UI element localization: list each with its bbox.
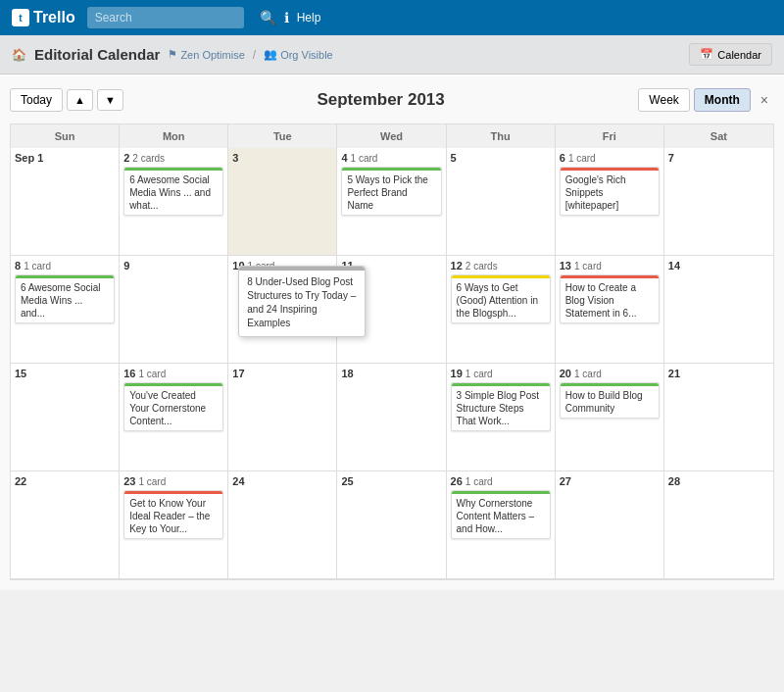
day-number: 23 1 card	[123, 475, 223, 487]
floating-card-text: 8 Under-Used Blog Post Structures to Try…	[247, 276, 356, 328]
cal-cell[interactable]: 15	[11, 364, 120, 471]
sub-header-left: 🏠 Editorial Calendar ⚑ Zen Optimise / 👥 …	[12, 46, 333, 63]
day-number: 14	[668, 260, 769, 272]
calendar-wrapper: Today ▲ ▼ September 2013 Week Month × Su…	[0, 74, 784, 590]
cal-cell[interactable]: 24	[228, 471, 337, 579]
close-button[interactable]: ×	[755, 90, 774, 110]
today-button[interactable]: Today	[10, 88, 63, 112]
toolbar-left: Today ▲ ▼	[10, 88, 123, 112]
help-label[interactable]: Help	[297, 11, 321, 25]
cal-cell[interactable]: 20 1 cardHow to Build Blog Community	[556, 364, 664, 471]
cal-cell[interactable]: 28	[664, 471, 773, 579]
day-number: 12 2 cards	[451, 260, 551, 272]
trello-logo: t Trello	[12, 9, 75, 26]
calendar-card[interactable]: 5 Ways to Pick the Perfect Brand Name	[341, 167, 441, 216]
day-header-thu: Thu	[447, 124, 556, 148]
calendar-card[interactable]: How to Create a Blog Vision Statement in…	[560, 274, 660, 323]
day-number: 16 1 card	[123, 368, 223, 379]
next-button[interactable]: ▼	[97, 89, 123, 111]
cal-cell[interactable]: 6 1 cardGoogle's Rich Snippets [whitepap…	[556, 148, 664, 256]
cal-cell[interactable]: 18	[337, 364, 446, 471]
day-number: 18	[341, 368, 441, 379]
cal-cell[interactable]: 26 1 cardWhy Cornerstone Content Matters…	[447, 471, 556, 579]
org-visible-link[interactable]: 👥 Org Visible	[264, 48, 333, 61]
calendar-card[interactable]: Get to Know Your Ideal Reader – the Key …	[123, 490, 223, 539]
trello-logo-text: Trello	[33, 9, 75, 26]
day-header-tue: Tue	[228, 124, 337, 148]
cal-cell[interactable]: 21	[664, 364, 773, 471]
day-number: 9	[123, 260, 223, 272]
day-number: 21	[668, 368, 769, 379]
top-bar: t Trello 🔍 ℹ Help	[0, 0, 784, 35]
week-view-button[interactable]: Week	[638, 88, 689, 112]
day-number: 24	[232, 475, 332, 487]
cal-cell[interactable]: 17	[228, 364, 337, 471]
info-icon[interactable]: ℹ	[284, 10, 289, 25]
cal-cell[interactable]: 22	[11, 471, 120, 579]
day-header-sat: Sat	[664, 124, 773, 148]
cal-cell[interactable]: 9	[120, 256, 228, 364]
cal-cell[interactable]: 4 1 card5 Ways to Pick the Perfect Brand…	[337, 148, 446, 256]
calendar-card[interactable]: Google's Rich Snippets [whitepaper]	[560, 167, 660, 216]
cal-cell[interactable]: 3	[228, 148, 337, 256]
cal-cell[interactable]: Sep 1	[11, 148, 120, 256]
cal-cell[interactable]: 10 1 card8 Under-Used Blog Post Structur…	[228, 256, 337, 364]
cal-cell[interactable]: 25	[337, 471, 446, 579]
cal-cell[interactable]: 2 2 cards6 Awesome Social Media Wins ...…	[120, 148, 228, 256]
cal-cell[interactable]: 19 1 card3 Simple Blog Post Structure St…	[447, 364, 556, 471]
calendar-button[interactable]: 📅 Calendar	[689, 43, 772, 66]
month-view-button[interactable]: Month	[694, 88, 751, 112]
cal-cell[interactable]: 5	[447, 148, 556, 256]
zen-optimise-icon: ⚑	[168, 48, 177, 61]
search-icon[interactable]: 🔍	[260, 10, 276, 25]
sub-header: 🏠 Editorial Calendar ⚑ Zen Optimise / 👥 …	[0, 35, 784, 74]
calendar-card[interactable]: How to Build Blog Community	[560, 382, 660, 419]
day-header-mon: Mon	[120, 124, 228, 148]
day-number: 27	[560, 475, 660, 487]
board-icon: 🏠	[12, 48, 26, 62]
day-number: 28	[668, 475, 769, 487]
day-header-fri: Fri	[556, 124, 664, 148]
search-input[interactable]	[87, 7, 244, 28]
top-bar-icons: 🔍 ℹ Help	[260, 10, 321, 25]
calendar-toolbar: Today ▲ ▼ September 2013 Week Month ×	[10, 84, 774, 116]
day-number: 13 1 card	[560, 260, 660, 272]
floating-card-header	[239, 267, 365, 271]
day-number: 4 1 card	[341, 152, 441, 164]
day-headers: Sun Mon Tue Wed Thu Fri Sat	[10, 124, 774, 148]
day-number: 3	[232, 152, 332, 164]
cal-cell[interactable]: 27	[556, 471, 664, 579]
trello-logo-icon: t	[12, 9, 29, 26]
day-number: 6 1 card	[560, 152, 660, 164]
day-number: 17	[232, 368, 332, 379]
calendar-card[interactable]: 3 Simple Blog Post Structure Steps That …	[451, 382, 551, 431]
day-number: Sep 1	[15, 152, 115, 164]
cal-cell[interactable]: 12 2 cards6 Ways to Get (Good) Attention…	[447, 256, 556, 364]
cal-cell[interactable]: 13 1 cardHow to Create a Blog Vision Sta…	[556, 256, 664, 364]
day-header-wed: Wed	[337, 124, 446, 148]
prev-button[interactable]: ▲	[67, 89, 93, 111]
calendar-card[interactable]: 6 Awesome Social Media Wins ... and...	[15, 274, 115, 323]
day-number: 19 1 card	[451, 368, 551, 379]
calendar-card[interactable]: 6 Awesome Social Media Wins ... and what…	[123, 167, 223, 216]
calendar-card[interactable]: Why Cornerstone Content Matters – and Ho…	[451, 490, 551, 539]
floating-card[interactable]: 8 Under-Used Blog Post Structures to Try…	[238, 266, 366, 337]
calendar-title: September 2013	[123, 90, 639, 110]
calendar-card[interactable]: You've Created Your Cornerstone Content.…	[123, 382, 223, 431]
day-number: 5	[451, 152, 551, 164]
day-number: 15	[15, 368, 115, 379]
cal-cell[interactable]: 7	[664, 148, 773, 256]
cal-cell[interactable]: 23 1 cardGet to Know Your Ideal Reader –…	[120, 471, 228, 579]
day-number: 8 1 card	[15, 260, 115, 272]
day-number: 7	[668, 152, 769, 164]
day-number: 20 1 card	[560, 368, 660, 379]
zen-optimise-link[interactable]: ⚑ Zen Optimise	[168, 48, 244, 61]
cal-cell[interactable]: 16 1 cardYou've Created Your Cornerstone…	[120, 364, 228, 471]
calendar-icon: 📅	[700, 48, 713, 61]
day-number: 2 2 cards	[123, 152, 223, 164]
day-number: 25	[341, 475, 441, 487]
org-icon: 👥	[264, 48, 277, 61]
calendar-card[interactable]: 6 Ways to Get (Good) Attention in the Bl…	[451, 274, 551, 323]
cal-cell[interactable]: 14	[664, 256, 773, 364]
cal-cell[interactable]: 8 1 card6 Awesome Social Media Wins ... …	[11, 256, 120, 364]
